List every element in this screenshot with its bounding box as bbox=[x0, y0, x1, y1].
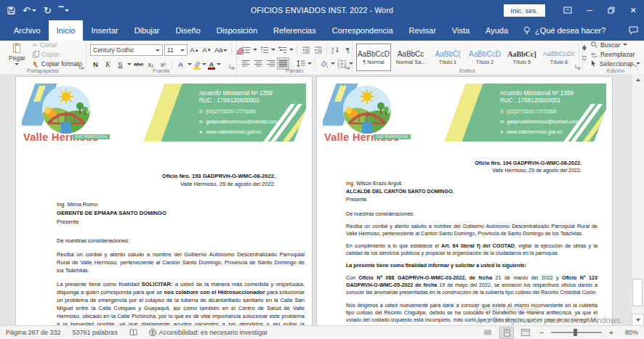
acuerdo-ministerial: Acuerdo Ministerial Nº 1359 bbox=[500, 90, 606, 97]
word-count[interactable]: 53761 palabras bbox=[73, 329, 118, 336]
font-family-combobox[interactable]: Century Gothic bbox=[90, 44, 163, 56]
share-comment-icon[interactable] bbox=[629, 20, 638, 41]
sort-button[interactable]: AZ bbox=[330, 44, 341, 55]
font-size-combobox[interactable]: 11 bbox=[164, 44, 188, 56]
numbering-button[interactable] bbox=[259, 44, 270, 55]
paragraph-dialog-launcher[interactable] bbox=[345, 60, 350, 73]
paragraph[interactable]: La presente tiene como finalidad SOLICIT… bbox=[57, 280, 305, 326]
accessibility-status[interactable]: Accesibilidad: es necesario investigar bbox=[149, 329, 268, 336]
shrink-font-button[interactable]: A▼ bbox=[201, 45, 212, 56]
print-layout-button[interactable] bbox=[500, 327, 513, 338]
paragraph[interactable]: La presente tiene como finalidad informa… bbox=[346, 262, 597, 269]
letter-body[interactable]: Oficio Nro. 194 GADPRVH-O-WMC-08-2022. V… bbox=[346, 160, 597, 326]
paragraph[interactable]: Con Oficio Nº 088 GADPRVH-O-WMC-03-2022,… bbox=[346, 274, 597, 296]
email-icon: ✉ bbox=[500, 118, 504, 125]
cut-button[interactable]: ✂Cortar bbox=[33, 41, 82, 49]
document-canvas: Valle Hermoso GAD PARROQUIAL Acuerdo Min… bbox=[0, 74, 632, 326]
paragraph[interactable]: Nos dirigimos a usted nuevamente para da… bbox=[346, 302, 597, 326]
undo-dropdown-icon[interactable] bbox=[32, 9, 36, 12]
web-layout-button[interactable] bbox=[519, 327, 532, 338]
letter-body[interactable]: Oficio Nro. 193 GADPRVH-O-WMC-08-2022. V… bbox=[57, 172, 305, 326]
tab-insertar[interactable]: Insertar bbox=[83, 20, 126, 41]
web-cursor-icon: ➤ bbox=[500, 128, 504, 135]
chevron-down-icon bbox=[156, 49, 160, 52]
grow-font-button[interactable]: A▲ bbox=[189, 45, 200, 56]
close-button[interactable]: ✕ bbox=[622, 0, 644, 20]
ribbon-display-options-button[interactable] bbox=[557, 0, 579, 20]
clipboard-dialog-launcher[interactable] bbox=[79, 60, 84, 73]
font-color-dropdown-icon[interactable] bbox=[217, 63, 221, 65]
tab-disposicion[interactable]: Disposición bbox=[209, 20, 265, 41]
oficio-date[interactable]: Valle Hermoso, 29 de agosto del 2022. bbox=[346, 167, 581, 174]
tab-dibujar[interactable]: Dibujar bbox=[126, 20, 168, 41]
tab-inicio[interactable]: Inicio bbox=[49, 20, 84, 41]
replace-button[interactable]: ab Reemplazar bbox=[591, 51, 640, 58]
addressee-title[interactable]: GERENTE DE EPMAPA SANTO DOMINGO bbox=[57, 209, 305, 218]
highlight-dropdown-icon[interactable] bbox=[202, 63, 206, 65]
increase-indent-button[interactable] bbox=[313, 44, 323, 55]
tab-vista[interactable]: Vista bbox=[444, 20, 478, 41]
tab-referencias[interactable]: Referencias bbox=[265, 20, 324, 41]
svg-text:ab: ab bbox=[591, 52, 595, 56]
tab-ayuda[interactable]: Ayuda bbox=[478, 20, 516, 41]
paste-button[interactable]: Pegar bbox=[4, 43, 31, 65]
format-painter-button[interactable]: Copiar formato bbox=[33, 60, 82, 68]
read-mode-button[interactable] bbox=[481, 327, 494, 338]
oficio-date[interactable]: Valle Hermoso, 26 de agosto del 2022. bbox=[57, 180, 275, 188]
redo-button[interactable]: ↻ bbox=[44, 5, 52, 16]
underline-dropdown-icon[interactable] bbox=[127, 63, 132, 65]
styles-dialog-launcher[interactable] bbox=[575, 60, 581, 73]
bullets-button[interactable] bbox=[241, 44, 251, 55]
tell-me-search[interactable]: ¿Qué desea hacer? bbox=[516, 20, 613, 41]
page-287[interactable]: Valle Hermoso GAD PARROQUIAL Acuerdo Min… bbox=[16, 77, 312, 326]
scrollbar-thumb[interactable] bbox=[632, 279, 643, 306]
font-dialog-launcher[interactable] bbox=[229, 60, 235, 73]
salutation[interactable]: De nuestras consideraciones: bbox=[346, 211, 597, 218]
scroll-down-arrow[interactable] bbox=[632, 314, 644, 326]
customize-qat-button[interactable]: ▔ bbox=[59, 7, 69, 14]
zoom-out-button[interactable]: − bbox=[538, 328, 545, 337]
change-case-button[interactable]: Aa bbox=[214, 45, 228, 56]
paragraph[interactable]: Reciba un cordial y atento saludo a nomb… bbox=[346, 223, 597, 237]
collapse-ribbon-button[interactable] bbox=[629, 58, 637, 71]
cursor-icon bbox=[591, 60, 597, 67]
restore-button[interactable] bbox=[600, 0, 622, 20]
find-button[interactable]: Buscar bbox=[591, 41, 640, 49]
zoom-slider[interactable] bbox=[551, 332, 602, 333]
scroll-up-arrow[interactable] bbox=[632, 74, 644, 85]
letterhead-banner: Valle Hermoso GAD PARROQUIAL Acuerdo Min… bbox=[22, 83, 306, 150]
tab-correspondencia[interactable]: Correspondencia bbox=[324, 20, 401, 41]
zoom-level[interactable]: 80% bbox=[621, 329, 638, 336]
addressee-presente[interactable]: Presente bbox=[57, 218, 305, 226]
ruc: RUC : 1768120600001 bbox=[500, 97, 606, 105]
sign-in-button[interactable]: Inic. ses. bbox=[504, 4, 546, 17]
tab-diseno[interactable]: Diseño bbox=[168, 20, 209, 41]
oficio-number[interactable]: Oficio Nro. 193 GADPRVH-O-WMC-08-2022. bbox=[57, 172, 275, 180]
tab-archivo[interactable]: Archivo bbox=[6, 20, 49, 41]
addressee-title[interactable]: ALCALDE DEL CANTÓN SANTO DOMINGO. bbox=[346, 188, 597, 196]
zoom-slider-thumb[interactable] bbox=[573, 329, 577, 336]
paragraph[interactable]: En cumplimiento a lo que establece el Ar… bbox=[346, 242, 597, 257]
paste-dropdown-icon[interactable] bbox=[15, 63, 19, 65]
salutation[interactable]: De nuestras consideraciones: bbox=[57, 237, 305, 245]
addressee-name[interactable]: Ing. Mirna Romo bbox=[57, 200, 305, 209]
zoom-in-button[interactable]: + bbox=[608, 328, 615, 337]
minimize-button[interactable]: ─ bbox=[579, 0, 600, 20]
paragraph[interactable]: Reciba un cordial y atento saludo a nomb… bbox=[57, 250, 305, 274]
save-icon[interactable] bbox=[7, 7, 15, 15]
show-marks-button[interactable]: ¶ bbox=[342, 44, 353, 55]
vertical-scrollbar[interactable] bbox=[631, 74, 644, 326]
page-288[interactable]: Valle Hermoso GAD PARROQUIAL Acuerdo Min… bbox=[317, 77, 612, 326]
addressee-presente[interactable]: Presente. bbox=[346, 196, 597, 204]
copy-button[interactable]: Copiar bbox=[33, 51, 82, 58]
proofing-icon[interactable] bbox=[129, 329, 137, 336]
replace-icon: ab bbox=[591, 51, 597, 57]
tab-revisar[interactable]: Revisar bbox=[401, 20, 444, 41]
addressee-name[interactable]: Ing. Wilson Erazo Argoti. bbox=[346, 180, 597, 188]
undo-button[interactable]: ↶ bbox=[23, 5, 36, 16]
decrease-indent-button[interactable] bbox=[300, 44, 311, 55]
page-count[interactable]: Página 287 de 332 bbox=[6, 329, 61, 336]
oficio-number[interactable]: Oficio Nro. 194 GADPRVH-O-WMC-08-2022. bbox=[346, 160, 581, 167]
text-effects-dropdown-icon[interactable] bbox=[188, 63, 192, 65]
multilevel-list-button[interactable] bbox=[277, 44, 288, 55]
